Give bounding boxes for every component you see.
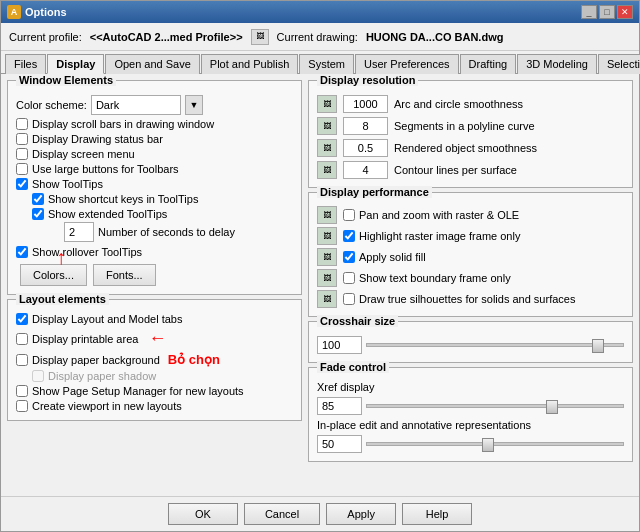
fonts-button[interactable]: Fonts... (93, 264, 156, 286)
title-bar: A Options _ □ ✕ (1, 1, 639, 23)
res-value-1[interactable] (343, 95, 388, 113)
profile-bar: Current profile: <<AutoCAD 2...med Profi… (1, 23, 639, 51)
res-icon-2: 🖼 (317, 117, 337, 135)
tab-files[interactable]: Files (5, 54, 46, 74)
tab-3d[interactable]: 3D Modeling (517, 54, 597, 74)
shortcut-keys-label: Show shortcut keys in ToolTips (48, 193, 198, 205)
solid-fill-checkbox[interactable] (343, 251, 355, 263)
delay-input[interactable] (64, 222, 94, 242)
options-window: A Options _ □ ✕ Current profile: <<AutoC… (0, 0, 640, 532)
lc-create-viewport: Create viewport in new layouts (16, 400, 293, 412)
drawing-label: Current drawing: (277, 31, 358, 43)
paper-background-checkbox[interactable] (16, 354, 28, 366)
shortcut-keys-checkbox[interactable] (32, 193, 44, 205)
text-boundary-checkbox[interactable] (343, 272, 355, 284)
tab-plot[interactable]: Plot and Publish (201, 54, 299, 74)
cb-large-buttons: Use large buttons for Toolbars (16, 163, 293, 175)
create-viewport-checkbox[interactable] (16, 400, 28, 412)
res-row-3: 🖼 Rendered object smoothness (317, 139, 624, 157)
tab-drafting[interactable]: Drafting (460, 54, 517, 74)
perf-icon-2: 🖼 (317, 227, 337, 245)
screen-menu-label: Display screen menu (32, 148, 135, 160)
minimize-button[interactable]: _ (581, 5, 597, 19)
colors-button[interactable]: Colors... (20, 264, 87, 286)
lc-page-setup: Show Page Setup Manager for new layouts (16, 385, 293, 397)
res-value-4[interactable] (343, 161, 388, 179)
page-setup-checkbox[interactable] (16, 385, 28, 397)
color-scheme-dropdown[interactable]: ▼ (185, 95, 203, 115)
pc-highlight-raster: 🖼 Highlight raster image frame only (317, 227, 624, 245)
apply-button[interactable]: Apply (326, 503, 396, 525)
profile-label: Current profile: (9, 31, 82, 43)
window-elements-group: Window Elements Color scheme: ▼ Display … (7, 80, 302, 295)
perf-icon-4: 🖼 (317, 269, 337, 287)
help-button[interactable]: Help (402, 503, 472, 525)
inplace-slider-thumb[interactable] (482, 438, 494, 452)
profile-value: <<AutoCAD 2...med Profile>> (90, 31, 243, 43)
large-buttons-checkbox[interactable] (16, 163, 28, 175)
res-value-2[interactable] (343, 117, 388, 135)
color-scheme-row: Color scheme: ▼ (16, 95, 293, 115)
silhouettes-label: Draw true silhouettes for solids and sur… (359, 293, 575, 305)
tab-selection[interactable]: Selection (598, 54, 640, 74)
cb-shortcut-keys: Show shortcut keys in ToolTips (16, 193, 293, 205)
tab-open-save[interactable]: Open and Save (105, 54, 199, 74)
rollover-label: Show rollover ToolTips (32, 246, 142, 258)
xref-label: Xref display (317, 381, 624, 393)
res-value-3[interactable] (343, 139, 388, 157)
highlight-raster-checkbox[interactable] (343, 230, 355, 242)
inplace-input[interactable] (317, 435, 362, 453)
tabs-bar: Files Display Open and Save Plot and Pub… (1, 51, 639, 74)
xref-input[interactable] (317, 397, 362, 415)
printable-area-label: Display printable area (32, 333, 138, 345)
cb-tooltips: Show ToolTips (16, 178, 293, 190)
res-label-4: Contour lines per surface (394, 164, 624, 176)
xref-slider-thumb[interactable] (546, 400, 558, 414)
lc-paper-background: Display paper background Bỏ chọn (16, 352, 293, 367)
pan-zoom-checkbox[interactable] (343, 209, 355, 221)
tab-system[interactable]: System (299, 54, 354, 74)
res-row-2: 🖼 Segments in a polyline curve (317, 117, 624, 135)
layout-model-checkbox[interactable] (16, 313, 28, 325)
pan-zoom-label: Pan and zoom with raster & OLE (359, 209, 519, 221)
tab-user-prefs[interactable]: User Preferences (355, 54, 459, 74)
lc-paper-shadow: Display paper shadow (16, 370, 293, 382)
solid-fill-label: Apply solid fill (359, 251, 426, 263)
crosshair-input[interactable] (317, 336, 362, 354)
crosshair-row (317, 336, 624, 354)
title-bar-left: A Options (7, 5, 67, 19)
inplace-slider[interactable] (366, 442, 624, 446)
extended-tooltips-checkbox[interactable] (32, 208, 44, 220)
drawing-status-checkbox[interactable] (16, 133, 28, 145)
fade-group: Fade control Xref display In-place edit … (308, 367, 633, 462)
left-panel: Window Elements Color scheme: ▼ Display … (7, 80, 302, 490)
screen-menu-checkbox[interactable] (16, 148, 28, 160)
cancel-button[interactable]: Cancel (244, 503, 320, 525)
tab-display[interactable]: Display (47, 54, 104, 74)
color-scheme-input[interactable] (91, 95, 181, 115)
inplace-row (317, 435, 624, 453)
crosshair-slider[interactable] (366, 343, 624, 347)
rollover-checkbox[interactable] (16, 246, 28, 258)
scroll-bars-checkbox[interactable] (16, 118, 28, 130)
res-row-1: 🖼 Arc and circle smoothness (317, 95, 624, 113)
printable-area-checkbox[interactable] (16, 333, 28, 345)
layout-elements-group: Layout elements Display Layout and Model… (7, 299, 302, 421)
res-icon-1: 🖼 (317, 95, 337, 113)
perf-icon-3: 🖼 (317, 248, 337, 266)
tooltips-checkbox[interactable] (16, 178, 28, 190)
res-label-1: Arc and circle smoothness (394, 98, 624, 110)
xref-slider[interactable] (366, 404, 624, 408)
close-button[interactable]: ✕ (617, 5, 633, 19)
silhouettes-checkbox[interactable] (343, 293, 355, 305)
ok-button[interactable]: OK (168, 503, 238, 525)
display-performance-group: Display performance 🖼 Pan and zoom with … (308, 192, 633, 317)
arrow-right-annotation: ← (148, 328, 166, 349)
paper-background-label: Display paper background (32, 354, 160, 366)
maximize-button[interactable]: □ (599, 5, 615, 19)
res-label-2: Segments in a polyline curve (394, 120, 624, 132)
colors-fonts-row: Colors... Fonts... ↑ (16, 264, 293, 286)
crosshair-slider-thumb[interactable] (592, 339, 604, 353)
paper-shadow-checkbox[interactable] (32, 370, 44, 382)
display-resolution-group: Display resolution 🖼 Arc and circle smoo… (308, 80, 633, 188)
